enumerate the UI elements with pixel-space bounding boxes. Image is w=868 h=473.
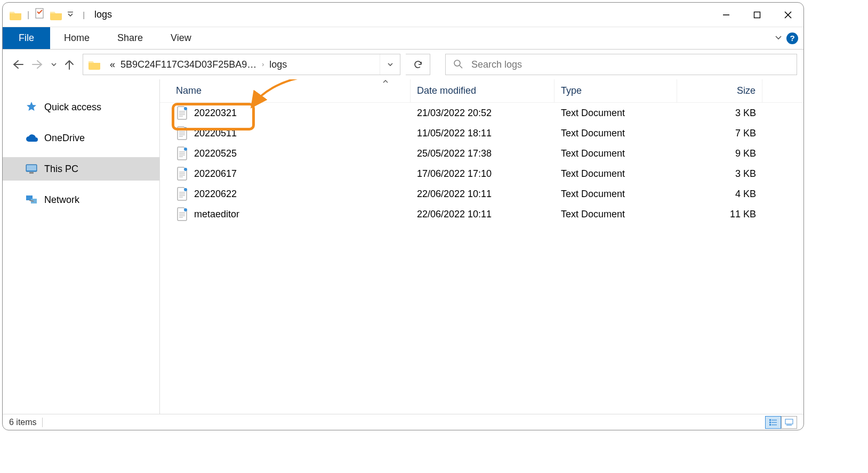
tab-share[interactable]: Share — [103, 27, 157, 49]
app-folder-icon — [9, 10, 22, 20]
file-name: 20220525 — [194, 148, 237, 159]
file-size: 3 KB — [677, 168, 762, 180]
up-button[interactable] — [65, 59, 74, 70]
column-type-label: Type — [561, 85, 582, 96]
svg-rect-1 — [68, 12, 73, 12]
column-date[interactable]: Date modified — [411, 79, 554, 102]
file-type: Text Document — [554, 189, 677, 200]
text-document-icon — [176, 105, 189, 120]
window-title: logs — [94, 9, 112, 20]
file-date: 22/06/2022 10:11 — [411, 209, 554, 220]
column-type[interactable]: Type — [554, 79, 677, 102]
file-size: 4 KB — [677, 189, 762, 200]
file-name: 20220622 — [194, 189, 237, 200]
text-document-icon — [176, 166, 189, 181]
svg-rect-45 — [771, 420, 777, 420]
file-row[interactable]: 2022032121/03/2022 20:52Text Document3 K… — [160, 103, 803, 123]
file-date: 21/03/2022 20:52 — [411, 108, 554, 119]
ribbon-expand-icon[interactable] — [775, 34, 782, 42]
file-name: metaeditor — [194, 209, 239, 220]
status-item-count: 6 items — [9, 418, 37, 427]
maximize-button[interactable] — [742, 3, 773, 27]
svg-rect-48 — [769, 424, 771, 426]
column-name-label: Name — [176, 85, 202, 96]
svg-rect-47 — [771, 422, 777, 422]
star-icon — [25, 101, 38, 113]
file-row[interactable]: 2022051111/05/2022 18:11Text Document7 K… — [160, 123, 803, 143]
back-button[interactable] — [12, 60, 24, 69]
address-history-dropdown[interactable] — [380, 54, 400, 75]
address-folder-icon — [83, 54, 106, 75]
tab-file[interactable]: File — [3, 27, 50, 49]
minimize-button[interactable] — [711, 3, 742, 27]
column-date-label: Date modified — [417, 85, 476, 96]
chevron-right-icon[interactable]: › — [262, 61, 264, 68]
nav-item-onedrive[interactable]: OneDrive — [3, 126, 159, 150]
column-size[interactable]: Size — [677, 79, 762, 102]
column-headers: Name Date modified Type Size — [160, 79, 803, 103]
nav-item-quick-access[interactable]: Quick access — [3, 95, 159, 119]
close-button[interactable] — [773, 3, 803, 27]
help-icon[interactable]: ? — [786, 32, 798, 44]
body: Quick accessOneDriveThis PCNetwork Name … — [3, 79, 803, 414]
file-date: 22/06/2022 10:11 — [411, 189, 554, 200]
large-icons-view-button[interactable] — [781, 416, 797, 429]
cloud-icon — [25, 132, 38, 144]
file-row[interactable]: 2022062222/06/2022 10:11Text Document4 K… — [160, 184, 803, 204]
file-size: 9 KB — [677, 148, 762, 159]
file-date: 17/06/2022 17:10 — [411, 168, 554, 180]
file-row[interactable]: metaeditor22/06/2022 10:11Text Document1… — [160, 204, 803, 224]
qat-separator: | — [27, 10, 29, 20]
qat: | | logs — [3, 7, 112, 22]
search-input[interactable] — [471, 59, 789, 70]
details-view-button[interactable] — [765, 416, 781, 429]
text-document-icon — [176, 146, 189, 161]
svg-rect-46 — [769, 421, 771, 423]
breadcrumb-prefix: « — [110, 59, 115, 70]
title-separator: | — [83, 10, 85, 19]
forward-button[interactable] — [31, 60, 43, 69]
recent-locations-button[interactable] — [51, 62, 57, 67]
nav-item-label: Network — [44, 194, 79, 206]
properties-icon[interactable] — [35, 7, 45, 22]
nav-item-network[interactable]: Network — [3, 188, 159, 211]
svg-point-38 — [184, 188, 187, 191]
column-size-label: Size — [737, 85, 756, 96]
status-bar: 6 items — [3, 414, 803, 430]
svg-point-6 — [454, 60, 460, 66]
file-row[interactable]: 2022061717/06/2022 17:10Text Document3 K… — [160, 164, 803, 184]
refresh-button[interactable] — [406, 54, 430, 75]
tab-home[interactable]: Home — [50, 27, 103, 49]
tab-view[interactable]: View — [157, 27, 205, 49]
svg-rect-50 — [785, 419, 793, 424]
nav-item-this-pc[interactable]: This PC — [3, 157, 159, 181]
breadcrumb-parent[interactable]: 5B9C24F117C34D03F25BA9… — [120, 59, 256, 70]
file-name: 20220321 — [194, 108, 237, 119]
file-name: 20220511 — [194, 128, 237, 139]
breadcrumb-current[interactable]: logs — [269, 59, 287, 70]
file-size: 7 KB — [677, 128, 762, 139]
network-icon — [25, 193, 38, 206]
svg-rect-51 — [786, 425, 792, 425]
search-icon — [453, 59, 463, 70]
svg-line-7 — [460, 66, 462, 68]
text-document-icon — [176, 207, 189, 222]
text-document-icon — [176, 186, 189, 201]
svg-rect-49 — [771, 425, 777, 425]
monitor-icon — [25, 162, 38, 175]
column-name[interactable]: Name — [160, 79, 411, 102]
ribbon: File Home Share View ? — [3, 27, 803, 50]
search-box[interactable] — [445, 54, 797, 75]
file-type: Text Document — [554, 168, 677, 180]
file-name: 20220617 — [194, 168, 237, 180]
address-bar[interactable]: « 5B9C24F117C34D03F25BA9… › logs — [83, 54, 400, 75]
file-row[interactable]: 2022052525/05/2022 17:38Text Document9 K… — [160, 143, 803, 164]
svg-point-18 — [184, 107, 187, 110]
qat-dropdown-icon[interactable] — [68, 12, 73, 18]
sort-indicator-icon — [382, 79, 389, 85]
text-document-icon — [176, 126, 189, 141]
file-date: 11/05/2022 18:11 — [411, 128, 554, 139]
navigation-pane: Quick accessOneDriveThis PCNetwork — [3, 79, 160, 414]
svg-point-43 — [184, 208, 187, 211]
new-folder-icon[interactable] — [50, 10, 62, 20]
